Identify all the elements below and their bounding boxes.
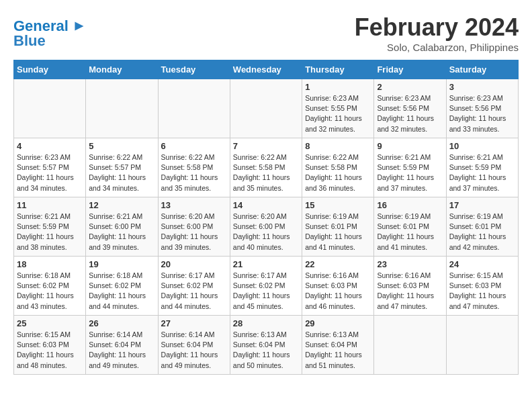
day-info: Sunrise: 6:13 AM Sunset: 6:04 PM Dayligh…: [233, 330, 299, 371]
day-info: Sunrise: 6:16 AM Sunset: 6:03 PM Dayligh…: [377, 271, 443, 312]
day-number: 12: [89, 200, 154, 210]
logo: General Blue: [13, 17, 89, 49]
calendar-cell: 18Sunrise: 6:18 AM Sunset: 6:02 PM Dayli…: [14, 257, 86, 316]
weekday-header-thursday: Thursday: [302, 60, 374, 79]
calendar-cell: 11Sunrise: 6:21 AM Sunset: 5:59 PM Dayli…: [14, 197, 86, 257]
day-number: 22: [305, 259, 371, 269]
day-info: Sunrise: 6:21 AM Sunset: 5:59 PM Dayligh…: [449, 152, 515, 193]
day-number: 9: [377, 141, 443, 151]
day-number: 2: [377, 82, 443, 92]
day-number: 27: [161, 318, 227, 328]
day-info: Sunrise: 6:17 AM Sunset: 6:02 PM Dayligh…: [233, 271, 299, 312]
day-info: Sunrise: 6:17 AM Sunset: 6:02 PM Dayligh…: [161, 271, 227, 312]
svg-marker-0: [75, 21, 83, 30]
day-info: Sunrise: 6:15 AM Sunset: 6:03 PM Dayligh…: [17, 330, 83, 371]
day-number: 8: [305, 141, 371, 151]
day-number: 16: [377, 200, 443, 210]
calendar-cell: 9Sunrise: 6:21 AM Sunset: 5:59 PM Daylig…: [374, 138, 446, 197]
calendar-cell: 4Sunrise: 6:23 AM Sunset: 5:57 PM Daylig…: [14, 138, 86, 197]
day-number: 3: [449, 82, 515, 92]
day-number: 11: [17, 200, 83, 210]
weekday-header-sunday: Sunday: [14, 60, 86, 79]
day-info: Sunrise: 6:18 AM Sunset: 6:02 PM Dayligh…: [89, 271, 154, 312]
calendar-cell: [374, 316, 446, 375]
day-info: Sunrise: 6:21 AM Sunset: 6:00 PM Dayligh…: [89, 212, 154, 253]
calendar-cell: [230, 79, 302, 138]
calendar-cell: 1Sunrise: 6:23 AM Sunset: 5:55 PM Daylig…: [302, 79, 374, 138]
day-info: Sunrise: 6:16 AM Sunset: 6:03 PM Dayligh…: [305, 271, 371, 312]
calendar-cell: 28Sunrise: 6:13 AM Sunset: 6:04 PM Dayli…: [230, 316, 302, 375]
day-number: 4: [17, 141, 83, 151]
calendar-cell: 16Sunrise: 6:19 AM Sunset: 6:01 PM Dayli…: [374, 197, 446, 257]
calendar-cell: 15Sunrise: 6:19 AM Sunset: 6:01 PM Dayli…: [302, 197, 374, 257]
calendar-cell: 24Sunrise: 6:15 AM Sunset: 6:03 PM Dayli…: [446, 257, 518, 316]
calendar-cell: 7Sunrise: 6:22 AM Sunset: 5:58 PM Daylig…: [230, 138, 302, 197]
calendar-cell: 13Sunrise: 6:20 AM Sunset: 6:00 PM Dayli…: [158, 197, 230, 257]
day-info: Sunrise: 6:22 AM Sunset: 5:58 PM Dayligh…: [305, 152, 371, 193]
week-row-5: 25Sunrise: 6:15 AM Sunset: 6:03 PM Dayli…: [14, 316, 519, 375]
day-info: Sunrise: 6:14 AM Sunset: 6:04 PM Dayligh…: [89, 330, 154, 371]
calendar-cell: [86, 79, 158, 138]
calendar-subtitle: Solo, Calabarzon, Philippines: [355, 42, 519, 53]
calendar-cell: 23Sunrise: 6:16 AM Sunset: 6:03 PM Dayli…: [374, 257, 446, 316]
calendar-cell: [158, 79, 230, 138]
weekday-header-wednesday: Wednesday: [230, 60, 302, 79]
day-number: 7: [233, 141, 299, 151]
day-number: 21: [233, 259, 299, 269]
logo-icon: [70, 17, 89, 36]
week-row-4: 18Sunrise: 6:18 AM Sunset: 6:02 PM Dayli…: [14, 257, 519, 316]
calendar-cell: [446, 316, 518, 375]
calendar-cell: 8Sunrise: 6:22 AM Sunset: 5:58 PM Daylig…: [302, 138, 374, 197]
day-info: Sunrise: 6:21 AM Sunset: 5:59 PM Dayligh…: [17, 212, 83, 253]
weekday-header-tuesday: Tuesday: [158, 60, 230, 79]
calendar-cell: 10Sunrise: 6:21 AM Sunset: 5:59 PM Dayli…: [446, 138, 518, 197]
calendar-cell: 27Sunrise: 6:14 AM Sunset: 6:04 PM Dayli…: [158, 316, 230, 375]
week-row-2: 4Sunrise: 6:23 AM Sunset: 5:57 PM Daylig…: [14, 138, 519, 197]
day-number: 15: [305, 200, 371, 210]
day-number: 6: [161, 141, 227, 151]
day-number: 17: [449, 200, 515, 210]
calendar-cell: 25Sunrise: 6:15 AM Sunset: 6:03 PM Dayli…: [14, 316, 86, 375]
day-number: 28: [233, 318, 299, 328]
day-info: Sunrise: 6:15 AM Sunset: 6:03 PM Dayligh…: [449, 271, 515, 312]
calendar-cell: 6Sunrise: 6:22 AM Sunset: 5:58 PM Daylig…: [158, 138, 230, 197]
calendar-title: February 2024: [355, 13, 519, 42]
day-info: Sunrise: 6:20 AM Sunset: 6:00 PM Dayligh…: [161, 212, 227, 253]
weekday-header-row: SundayMondayTuesdayWednesdayThursdayFrid…: [14, 60, 519, 79]
day-info: Sunrise: 6:14 AM Sunset: 6:04 PM Dayligh…: [161, 330, 227, 371]
week-row-3: 11Sunrise: 6:21 AM Sunset: 5:59 PM Dayli…: [14, 197, 519, 257]
day-number: 1: [305, 82, 371, 92]
calendar-cell: 19Sunrise: 6:18 AM Sunset: 6:02 PM Dayli…: [86, 257, 158, 316]
title-section: February 2024 Solo, Calabarzon, Philippi…: [355, 13, 519, 53]
calendar-table: SundayMondayTuesdayWednesdayThursdayFrid…: [13, 60, 519, 375]
weekday-header-friday: Friday: [374, 60, 446, 79]
day-info: Sunrise: 6:22 AM Sunset: 5:57 PM Dayligh…: [89, 152, 154, 193]
calendar-cell: 12Sunrise: 6:21 AM Sunset: 6:00 PM Dayli…: [86, 197, 158, 257]
calendar-cell: 14Sunrise: 6:20 AM Sunset: 6:00 PM Dayli…: [230, 197, 302, 257]
day-number: 10: [449, 141, 515, 151]
calendar-cell: 5Sunrise: 6:22 AM Sunset: 5:57 PM Daylig…: [86, 138, 158, 197]
day-number: 25: [17, 318, 83, 328]
day-number: 18: [17, 259, 83, 269]
day-info: Sunrise: 6:22 AM Sunset: 5:58 PM Dayligh…: [161, 152, 227, 193]
calendar-cell: 21Sunrise: 6:17 AM Sunset: 6:02 PM Dayli…: [230, 257, 302, 316]
calendar-cell: 20Sunrise: 6:17 AM Sunset: 6:02 PM Dayli…: [158, 257, 230, 316]
calendar-cell: 29Sunrise: 6:13 AM Sunset: 6:04 PM Dayli…: [302, 316, 374, 375]
weekday-header-saturday: Saturday: [446, 60, 518, 79]
calendar-cell: 22Sunrise: 6:16 AM Sunset: 6:03 PM Dayli…: [302, 257, 374, 316]
day-info: Sunrise: 6:20 AM Sunset: 6:00 PM Dayligh…: [233, 212, 299, 253]
day-info: Sunrise: 6:19 AM Sunset: 6:01 PM Dayligh…: [305, 212, 371, 253]
day-number: 19: [89, 259, 154, 269]
day-info: Sunrise: 6:19 AM Sunset: 6:01 PM Dayligh…: [377, 212, 443, 253]
day-info: Sunrise: 6:21 AM Sunset: 5:59 PM Dayligh…: [377, 152, 443, 193]
day-info: Sunrise: 6:22 AM Sunset: 5:58 PM Dayligh…: [233, 152, 299, 193]
day-number: 26: [89, 318, 154, 328]
day-info: Sunrise: 6:23 AM Sunset: 5:56 PM Dayligh…: [449, 93, 515, 134]
day-info: Sunrise: 6:19 AM Sunset: 6:01 PM Dayligh…: [449, 212, 515, 253]
calendar-cell: 26Sunrise: 6:14 AM Sunset: 6:04 PM Dayli…: [86, 316, 158, 375]
calendar-cell: 17Sunrise: 6:19 AM Sunset: 6:01 PM Dayli…: [446, 197, 518, 257]
header: General Blue February 2024 Solo, Calabar…: [13, 13, 519, 53]
day-number: 20: [161, 259, 227, 269]
day-info: Sunrise: 6:23 AM Sunset: 5:55 PM Dayligh…: [305, 93, 371, 134]
weekday-header-monday: Monday: [86, 60, 158, 79]
